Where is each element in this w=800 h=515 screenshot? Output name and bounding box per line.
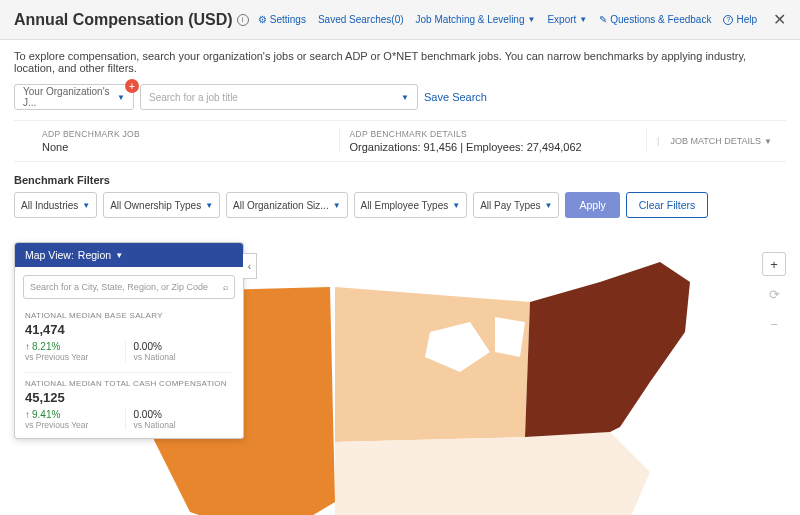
zoom-in-button[interactable]: + — [762, 252, 786, 276]
reset-view-button[interactable]: ⟳ — [762, 282, 786, 306]
map-area: Map View: Region ▼ ‹ Search for a City, … — [0, 242, 800, 515]
export-link[interactable]: Export ▼ — [547, 14, 587, 25]
region-midwest[interactable] — [335, 287, 530, 442]
job-matching-link[interactable]: Job Matching & Leveling ▼ — [416, 14, 536, 25]
info-icon[interactable]: i — [237, 14, 249, 26]
chevron-down-icon: ▼ — [333, 201, 341, 210]
clear-filters-button[interactable]: Clear Filters — [626, 192, 709, 218]
benchmark-details-row: ADP BENCHMARK JOB None ADP BENCHMARK DET… — [14, 120, 786, 162]
search-icon: ⌕ — [223, 282, 228, 292]
close-icon[interactable]: ✕ — [773, 10, 786, 29]
arrow-up-icon: ↑ — [25, 409, 30, 420]
settings-link[interactable]: ⚙Settings — [258, 14, 306, 25]
help-link[interactable]: ? Help — [723, 14, 757, 25]
saved-searches-link[interactable]: Saved Searches(0) — [318, 14, 404, 25]
intro-text: To explore compensation, search your org… — [0, 40, 800, 84]
job-match-details-toggle[interactable]: | JOB MATCH DETAILS ▼ — [646, 129, 772, 153]
stat-base-salary: NATIONAL MEDIAN BASE SALARY 41,474 ↑8.21… — [15, 307, 243, 370]
app-header: Annual Compensation (USD) i ⚙Settings Sa… — [0, 0, 800, 40]
chevron-down-icon: ▼ — [401, 93, 409, 102]
chevron-down-icon: ▼ — [528, 15, 536, 24]
chevron-down-icon: ▼ — [82, 201, 90, 210]
industries-filter[interactable]: All Industries▼ — [14, 192, 97, 218]
stat-total-cash: NATIONAL MEDIAN TOTAL CASH COMPENSATION … — [15, 375, 243, 438]
employee-types-filter[interactable]: All Employee Types▼ — [354, 192, 468, 218]
filters-section-label: Benchmark Filters — [0, 162, 800, 192]
chevron-down-icon: ▼ — [545, 201, 553, 210]
map-controls: + ⟳ − — [762, 252, 786, 336]
map-view-panel: Map View: Region ▼ ‹ Search for a City, … — [14, 242, 244, 439]
job-title-search[interactable]: Search for a job title ▼ — [140, 84, 418, 110]
region-northeast[interactable] — [525, 262, 690, 437]
edit-icon: ✎ — [599, 14, 607, 25]
location-search-input[interactable]: Search for a City, State, Region, or Zip… — [23, 275, 235, 299]
apply-button[interactable]: Apply — [565, 192, 619, 218]
filters-row: All Industries▼ All Ownership Types▼ All… — [0, 192, 800, 218]
page-title: Annual Compensation (USD) — [14, 11, 233, 29]
panel-collapse-toggle[interactable]: ‹ — [243, 253, 257, 279]
ownership-filter[interactable]: All Ownership Types▼ — [103, 192, 220, 218]
chevron-down-icon: ▼ — [764, 137, 772, 146]
arrow-up-icon: ↑ — [25, 341, 30, 352]
chevron-down-icon: ▼ — [579, 15, 587, 24]
questions-link[interactable]: ✎ Questions & Feedback — [599, 14, 711, 25]
map-view-selector[interactable]: Map View: Region ▼ — [15, 243, 243, 267]
chevron-down-icon: ▼ — [115, 251, 123, 260]
zoom-out-button[interactable]: − — [762, 312, 786, 336]
pay-types-filter[interactable]: All Pay Types▼ — [473, 192, 559, 218]
divider — [25, 372, 233, 373]
org-jobs-select[interactable]: Your Organization's J... ▼ + — [14, 84, 134, 110]
benchmark-details-col: ADP BENCHMARK DETAILS Organizations: 91,… — [339, 129, 647, 153]
chevron-down-icon: ▼ — [205, 201, 213, 210]
plus-badge-icon[interactable]: + — [125, 79, 139, 93]
save-search-link[interactable]: Save Search — [424, 91, 487, 103]
search-row: Your Organization's J... ▼ + Search for … — [0, 84, 800, 120]
help-icon: ? — [723, 15, 733, 25]
header-actions: ⚙Settings Saved Searches(0) Job Matching… — [258, 10, 786, 29]
benchmark-job-col: ADP BENCHMARK JOB None — [28, 129, 339, 153]
chevron-left-icon: ‹ — [248, 261, 251, 272]
chevron-down-icon: ▼ — [117, 93, 125, 102]
region-south[interactable] — [335, 432, 650, 515]
gear-icon: ⚙ — [258, 14, 267, 25]
chevron-down-icon: ▼ — [452, 201, 460, 210]
org-size-filter[interactable]: All Organization Siz...▼ — [226, 192, 348, 218]
